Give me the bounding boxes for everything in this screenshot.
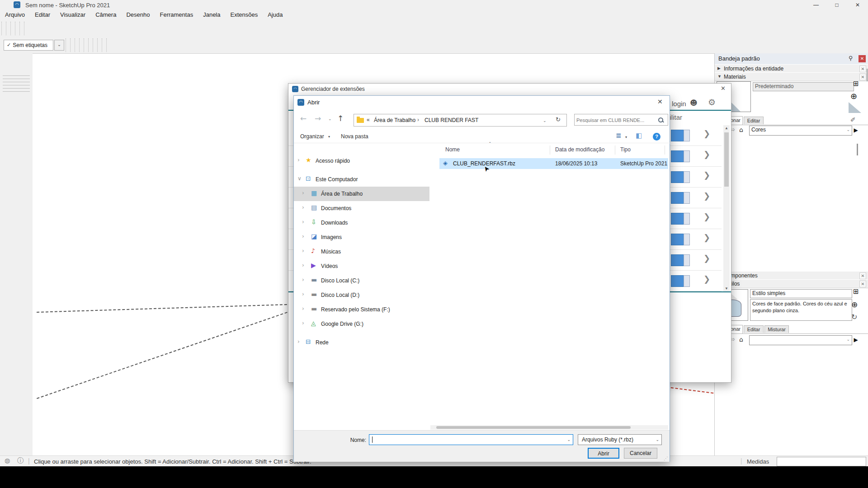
menu-item[interactable]: Extensões	[225, 10, 263, 19]
chevron-right-icon[interactable]: ❯	[703, 213, 710, 221]
tree-item-label[interactable]: Disco Local (D:)	[321, 292, 359, 298]
help-button[interactable]: ?	[653, 133, 660, 141]
close-icon[interactable]: ✕	[657, 99, 663, 105]
tree-item-pictures[interactable]: › ◪ Imagens	[294, 230, 429, 244]
tree-item-label[interactable]: Disco Local (C:)	[321, 277, 359, 284]
tree-chevron-icon[interactable]: ∨	[297, 176, 302, 181]
collapsed-arrow-icon[interactable]: ▶	[717, 66, 721, 70]
tree-item-network[interactable]: › ⊟ Rede	[294, 335, 429, 350]
create-material-icon[interactable]: ⊕	[850, 92, 857, 100]
recent-locations-chevron-icon[interactable]: ⌄	[328, 117, 332, 121]
chevron-down-icon[interactable]: ⌄	[656, 437, 659, 442]
tree-item-documents[interactable]: › ▤ Documentos	[294, 201, 429, 216]
chevron-right-icon[interactable]: ❯	[703, 254, 710, 263]
tree-item-label[interactable]: Downloads	[321, 220, 348, 226]
new-folder-button[interactable]: Nova pasta	[341, 133, 368, 140]
tree-item-videos[interactable]: › ▶ Vídeos	[294, 259, 429, 273]
tree-item-label[interactable]: Reservado pelo Sistema (F:)	[321, 306, 390, 313]
tree-item-label[interactable]: Documentos	[321, 205, 351, 211]
scroll-down-icon[interactable]: ▼	[725, 286, 728, 291]
refresh-style-icon[interactable]: ↻	[851, 314, 857, 321]
home-icon[interactable]: ⌂	[739, 336, 743, 343]
secondary-pane-icon[interactable]: ⊞	[853, 80, 859, 87]
tree-item-label[interactable]: Vídeos	[321, 263, 338, 269]
horizontal-scrollbar[interactable]	[430, 425, 668, 430]
resize-grip[interactable]: ⋰	[664, 456, 668, 461]
chevron-right-icon[interactable]: ❯	[703, 275, 710, 283]
breadcrumb-separator[interactable]: ›	[417, 117, 419, 123]
tree-chevron-icon[interactable]: ›	[302, 277, 304, 282]
scroll-up-icon[interactable]: ▲	[725, 126, 728, 130]
entity-info-section-header[interactable]: ▶ Informações da entidade ✕	[715, 64, 868, 73]
back-arrow-icon[interactable]: ←	[300, 115, 307, 122]
file-name-combobox[interactable]: ⌄	[369, 434, 573, 445]
geolocation-icon[interactable]: ◍	[5, 457, 10, 464]
address-bar[interactable]: « Área de Trabalho › CLUB RENDER FAST ⌄ …	[354, 114, 567, 127]
enable-toggle[interactable]	[671, 130, 684, 141]
tree-item-google-drive[interactable]: › ◬ Google Drive (G:)	[294, 317, 429, 331]
eyedropper-icon[interactable]: ✐	[850, 117, 856, 123]
tree-item-label[interactable]: Músicas	[321, 249, 341, 255]
styles-collection-dropdown[interactable]: ⌄	[749, 335, 852, 345]
details-arrow-button[interactable]: ▶	[851, 126, 860, 135]
refresh-icon[interactable]: ↻	[556, 117, 561, 122]
menu-item[interactable]: Janela	[198, 10, 225, 19]
tree-chevron-icon[interactable]: ›	[302, 306, 304, 311]
chevron-right-icon[interactable]: ❯	[703, 171, 710, 179]
guillemet[interactable]: «	[367, 117, 370, 123]
tree-chevron-icon[interactable]: ›	[302, 248, 304, 253]
chevron-down-icon[interactable]: ▾	[625, 135, 627, 139]
materials-section-header[interactable]: ▼ Materiais ✕	[715, 72, 868, 81]
column-header-modified[interactable]: Data de modificação	[555, 146, 604, 153]
column-header-type[interactable]: Tipo	[620, 146, 631, 153]
forward-arrow-icon[interactable]: →	[315, 115, 321, 122]
tree-chevron-icon[interactable]: ›	[302, 291, 304, 297]
menu-item[interactable]: Ajuda	[263, 10, 288, 19]
minimize-button[interactable]: —	[806, 0, 826, 10]
chevron-right-icon[interactable]: ❯	[703, 130, 710, 138]
cancel-button[interactable]: Cancelar	[624, 448, 657, 459]
file-row-selected[interactable]: ◈ CLUB_RENDERFAST.rbz 18/06/2025 10:13 S…	[439, 158, 668, 169]
style-name-field[interactable]: Estilo simples	[750, 289, 852, 298]
secondary-pane-icon[interactable]: ⊞	[853, 288, 859, 295]
chevron-down-icon[interactable]: ⌄	[543, 118, 547, 123]
menu-item[interactable]: Ferramentas	[155, 10, 198, 19]
search-icon[interactable]	[658, 117, 663, 122]
enable-toggle[interactable]	[671, 171, 684, 183]
gear-icon[interactable]: ⚙	[708, 98, 716, 107]
chevron-right-icon[interactable]: ❯	[703, 192, 710, 200]
chevron-down-icon[interactable]: ⌄	[567, 437, 571, 442]
enable-toggle[interactable]	[671, 150, 684, 162]
tray-scrollbar-thumb[interactable]	[867, 69, 868, 81]
menu-item[interactable]: Visualizar	[55, 10, 90, 19]
info-icon[interactable]: ⓘ	[17, 457, 24, 464]
close-icon[interactable]: ✕	[721, 85, 726, 91]
details-arrow-button[interactable]: ▶	[851, 335, 860, 344]
tray-close-button[interactable]: ✕	[859, 55, 866, 62]
tree-item-label[interactable]: Rede	[316, 339, 329, 346]
tree-item-drive-c[interactable]: › ▬ Disco Local (C:)	[294, 273, 429, 288]
menu-item[interactable]: Arquivo	[0, 10, 30, 19]
search-input[interactable]	[576, 115, 659, 125]
tab-misturar[interactable]: Misturar	[764, 325, 789, 333]
scrollbar-thumb[interactable]	[436, 426, 631, 429]
create-style-icon[interactable]: ⊕	[851, 301, 858, 309]
tree-item-quick-access[interactable]: › ★ Acesso rápido	[294, 154, 429, 168]
tab-editar[interactable]: Editar	[744, 117, 764, 124]
tree-chevron-icon[interactable]: ›	[302, 205, 304, 210]
measurements-input[interactable]	[777, 457, 866, 466]
menu-item[interactable]: Câmera	[90, 10, 121, 19]
collection-dropdown[interactable]: Cores⌄	[749, 126, 852, 136]
views-icon[interactable]: ≣	[616, 132, 622, 139]
tree-chevron-icon[interactable]: ›	[297, 157, 300, 163]
tree-item-downloads[interactable]: › ⇩ Downloads	[294, 216, 429, 230]
chevron-down-icon[interactable]: ▾	[328, 135, 330, 139]
pin-icon[interactable]: ⚲	[849, 55, 853, 61]
chevron-right-icon[interactable]: ❯	[703, 150, 710, 159]
chevron-down-icon[interactable]: ⌄	[54, 40, 64, 51]
up-arrow-icon[interactable]: ↑	[337, 115, 344, 122]
style-description[interactable]: Cores de face padrão. Cores do céu azul …	[750, 299, 852, 321]
swatch-scrollbar-thumb[interactable]	[857, 144, 858, 155]
tree-chevron-icon[interactable]: ›	[297, 339, 300, 344]
tree-item-label[interactable]: Área de Trabalho	[321, 191, 363, 197]
